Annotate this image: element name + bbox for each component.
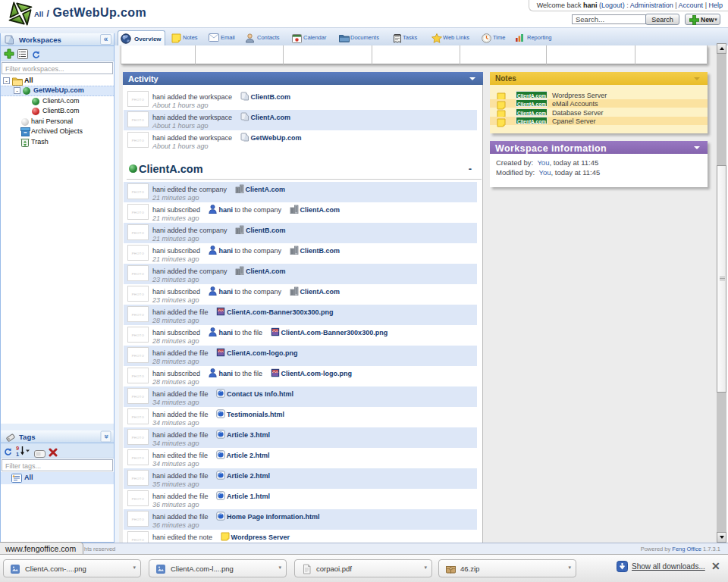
svg-text:1: 1 (16, 451, 19, 457)
